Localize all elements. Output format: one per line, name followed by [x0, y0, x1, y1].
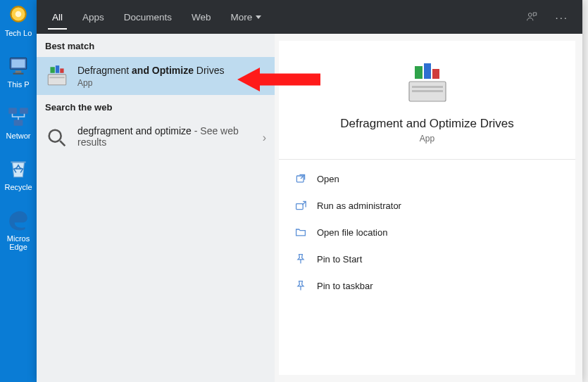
result-title: degfragment and optimize - See web resul…	[77, 125, 258, 148]
search-panel: All Apps Documents Web More ··· Best mat…	[37, 0, 582, 382]
search-icon	[45, 126, 69, 150]
ellipsis-icon: ···	[555, 11, 568, 23]
recycle-bin-icon	[6, 155, 31, 181]
result-text: Defragment and Optimize Drives App	[77, 65, 266, 88]
preview-column: Defragment and Optimize Drives App Open …	[279, 41, 575, 375]
svg-rect-6	[8, 108, 17, 114]
defrag-large-icon	[405, 61, 450, 106]
desktop-icon-label: This P	[7, 80, 29, 89]
tab-apps[interactable]: Apps	[73, 0, 114, 34]
preview-title: Defragment and Optimize Drives	[340, 117, 514, 131]
svg-rect-11	[49, 77, 64, 78]
shield-icon	[294, 199, 307, 212]
tab-more-label: More	[231, 12, 253, 23]
svg-rect-20	[424, 63, 431, 79]
svg-rect-19	[415, 66, 423, 79]
tab-bar: All Apps Documents Web More ···	[37, 0, 582, 34]
person-feedback-icon	[525, 11, 538, 23]
svg-rect-5	[13, 73, 24, 75]
action-pin-start[interactable]: Pin to Start	[279, 246, 575, 272]
action-label: Pin to taskbar	[317, 281, 373, 291]
desktop-icon-recycle[interactable]: Recycle	[2, 155, 35, 191]
desktop-icon-label: Tech Lo	[5, 29, 32, 37]
action-run-admin[interactable]: Run as administrator	[279, 192, 575, 219]
pc-icon	[6, 53, 31, 78]
sparkle-icon	[6, 1, 31, 27]
svg-rect-8	[14, 120, 23, 126]
action-label: Open	[317, 174, 339, 184]
result-title: Defragment and Optimize Drives	[77, 65, 266, 76]
chevron-down-icon	[256, 15, 261, 19]
svg-point-15	[49, 129, 61, 141]
action-label: Pin to Start	[317, 254, 362, 265]
edge-icon	[6, 207, 31, 232]
more-options-button[interactable]: ···	[546, 0, 577, 34]
action-open[interactable]: Open	[279, 165, 575, 192]
svg-rect-17	[412, 86, 443, 88]
tab-all[interactable]: All	[42, 0, 73, 34]
tab-more[interactable]: More	[221, 0, 272, 34]
network-icon	[6, 104, 31, 129]
results-column: Best match Defragment and Optimize Drive…	[37, 34, 275, 382]
best-match-header: Best match	[37, 34, 275, 57]
action-label: Run as administrator	[317, 200, 401, 211]
feedback-button[interactable]	[517, 0, 546, 34]
svg-point-1	[15, 11, 22, 18]
defrag-icon	[45, 64, 69, 88]
tab-web[interactable]: Web	[182, 0, 221, 34]
svg-rect-18	[412, 90, 443, 92]
desktop-icon-tech[interactable]: Tech Lo	[2, 1, 35, 37]
tab-documents[interactable]: Documents	[114, 0, 182, 34]
chevron-right-icon: ›	[263, 132, 266, 144]
result-text: degfragment and optimize - See web resul…	[77, 125, 258, 150]
actions-list: Open Run as administrator Open file loca…	[279, 160, 575, 305]
title-pre: Defragment	[77, 65, 132, 76]
svg-rect-7	[20, 108, 28, 114]
title-bold: and Optimize	[132, 65, 194, 76]
svg-rect-21	[432, 69, 439, 79]
desktop-icon-network[interactable]: Networ	[2, 104, 35, 140]
search-web-header: Search the web	[37, 95, 275, 118]
folder-icon	[294, 226, 307, 238]
desktop-icon-edge[interactable]: Micros Edge	[2, 207, 35, 251]
desktop-icon-label: Recycle	[4, 183, 32, 191]
svg-rect-10	[48, 75, 66, 85]
search-body: Best match Defragment and Optimize Drive…	[37, 34, 582, 382]
title-post: Drives	[194, 65, 225, 76]
pin-icon	[294, 279, 307, 292]
preview-header: Defragment and Optimize Drives App	[279, 41, 575, 160]
desktop-icon-label: Networ	[6, 132, 31, 140]
svg-rect-4	[15, 71, 22, 73]
svg-point-9	[529, 13, 532, 17]
svg-rect-13	[56, 65, 59, 73]
web-result[interactable]: degfragment and optimize - See web resul…	[37, 118, 275, 157]
svg-rect-3	[11, 60, 25, 68]
pin-icon	[294, 253, 307, 265]
svg-rect-23	[296, 204, 304, 210]
action-open-location[interactable]: Open file location	[279, 219, 575, 246]
desktop: Tech Lo This P Networ Recycle Micros Edg…	[0, 0, 37, 382]
svg-rect-14	[60, 68, 63, 72]
preview-sub: App	[420, 134, 434, 144]
action-pin-taskbar[interactable]: Pin to taskbar	[279, 272, 575, 299]
action-label: Open file location	[317, 227, 387, 238]
web-title: degfragment and optimize	[77, 125, 192, 136]
desktop-icon-this-pc[interactable]: This P	[2, 53, 35, 89]
result-sub: App	[77, 78, 266, 88]
desktop-icon-label: Micros Edge	[2, 234, 35, 251]
best-match-result[interactable]: Defragment and Optimize Drives App	[37, 57, 275, 95]
open-icon	[294, 172, 307, 185]
svg-rect-12	[50, 67, 54, 73]
